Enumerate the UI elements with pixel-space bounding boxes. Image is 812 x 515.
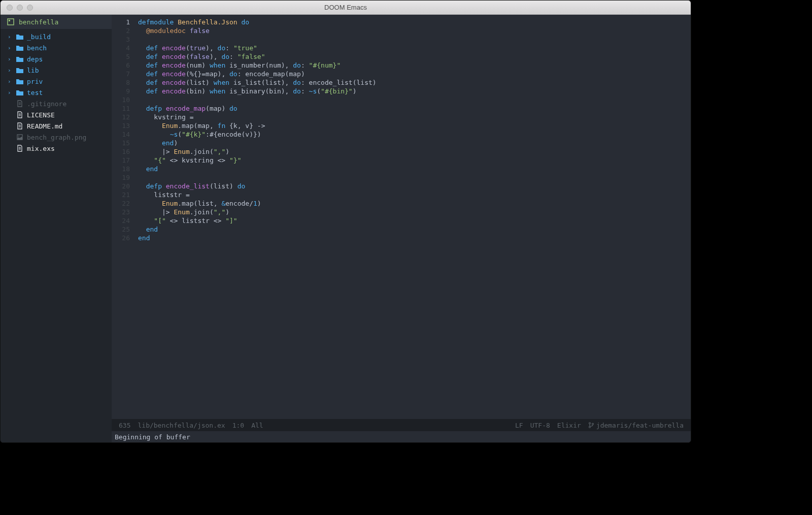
minimize-icon[interactable]	[17, 5, 23, 11]
file-tree-sidebar[interactable]: benchfella ›_build›bench›deps›lib›priv›t…	[1, 15, 112, 442]
chevron-right-icon: ›	[8, 78, 13, 85]
chevron-right-icon: ›	[8, 34, 13, 40]
titlebar[interactable]: DOOM Emacs	[1, 1, 691, 15]
tree-file[interactable]: README.md	[1, 120, 112, 132]
code-line[interactable]: @moduledoc false	[138, 26, 691, 35]
line-number: 14	[112, 130, 130, 139]
tree-item-label: .gitignore	[27, 100, 66, 108]
tree-file[interactable]: bench_graph.png	[1, 132, 112, 143]
tree-file[interactable]: LICENSE	[1, 109, 112, 120]
modeline[interactable]: 635 lib/benchfella/json.ex 1:0 All LF UT…	[112, 419, 691, 431]
code-line[interactable]: defp encode_map(map) do	[138, 104, 691, 113]
line-number: 26	[112, 234, 130, 242]
branch-name: jdemaris/feat-umbrella	[596, 422, 684, 429]
git-branch-icon	[588, 422, 594, 428]
code-line[interactable]: Enum.map(map, fn {k, v} ->	[138, 121, 691, 130]
editor-pane: 1234567891011121314151617181920212223242…	[112, 15, 691, 442]
code-line[interactable]: defp encode_list(list) do	[138, 182, 691, 190]
code-line[interactable]: ~s("#{k}":#{encode(v)})	[138, 130, 691, 139]
tree-item-label: bench_graph.png	[27, 134, 86, 141]
line-number: 5	[112, 52, 130, 61]
code-line[interactable]: Enum.map(list, &encode/1)	[138, 199, 691, 208]
line-number: 10	[112, 95, 130, 104]
major-mode: Elixir	[557, 422, 581, 429]
folder-icon	[16, 44, 24, 51]
line-number: 24	[112, 216, 130, 225]
code-line[interactable]: def encode(list) when is_list(list), do:…	[138, 78, 691, 87]
code-line[interactable]: def encode(true), do: "true"	[138, 44, 691, 52]
tree-item-label: bench	[27, 44, 47, 52]
project-root[interactable]: benchfella	[1, 15, 112, 29]
line-number: 4	[112, 44, 130, 52]
code-line[interactable]: "{" <> kvstring <> "}"	[138, 156, 691, 165]
line-number: 22	[112, 199, 130, 208]
tree-folder[interactable]: ›_build	[1, 31, 112, 42]
code-line[interactable]: "[" <> liststr <> "]"	[138, 216, 691, 225]
tree-item-label: lib	[27, 67, 39, 74]
line-number: 15	[112, 139, 130, 147]
code-line[interactable]: def encode(false), do: "false"	[138, 52, 691, 61]
file-icon	[16, 111, 24, 118]
line-number: 20	[112, 182, 130, 190]
chevron-right-icon: ›	[8, 56, 13, 62]
cursor-position: 1:0	[232, 422, 244, 429]
emacs-window: DOOM Emacs benchfella ›_build›bench›deps…	[0, 0, 691, 443]
code-line[interactable]	[138, 35, 691, 44]
chevron-right-icon: ›	[8, 89, 13, 96]
tree-item-label: LICENSE	[27, 111, 55, 119]
line-number: 11	[112, 104, 130, 113]
line-number: 2	[112, 26, 130, 35]
image-icon	[16, 134, 24, 141]
code-line[interactable]: end)	[138, 139, 691, 147]
svg-point-6	[592, 423, 593, 425]
line-number: 21	[112, 190, 130, 199]
encoding: UTF-8	[530, 422, 550, 429]
code-line[interactable]: end	[138, 234, 691, 242]
tree-file[interactable]: .gitignore	[1, 98, 112, 109]
code-line[interactable]: end	[138, 165, 691, 173]
code-line[interactable]: |> Enum.join(",")	[138, 208, 691, 216]
tree-folder[interactable]: ›bench	[1, 42, 112, 53]
code-line[interactable]: def encode(bin) when is_binary(bin), do:…	[138, 87, 691, 95]
line-number: 18	[112, 165, 130, 173]
close-icon[interactable]	[7, 5, 13, 11]
echo-message: Beginning of buffer	[115, 433, 190, 441]
tree-folder[interactable]: ›priv	[1, 76, 112, 87]
tree-file[interactable]: mix.exs	[1, 143, 112, 154]
line-number: 7	[112, 70, 130, 78]
code-area[interactable]: 1234567891011121314151617181920212223242…	[112, 15, 691, 419]
line-number: 19	[112, 173, 130, 182]
file-icon	[16, 145, 24, 152]
line-number: 9	[112, 87, 130, 95]
svg-point-5	[589, 426, 590, 428]
code-line[interactable]: liststr =	[138, 190, 691, 199]
folder-icon	[16, 78, 24, 85]
line-number: 16	[112, 147, 130, 156]
zoom-icon[interactable]	[27, 5, 33, 11]
code-line[interactable]: |> Enum.join(",")	[138, 147, 691, 156]
line-number-gutter: 1234567891011121314151617181920212223242…	[112, 15, 134, 419]
line-number: 8	[112, 78, 130, 87]
code-line[interactable]: end	[138, 225, 691, 234]
code-line[interactable]: defmodule Benchfella.Json do	[138, 18, 691, 26]
code-line[interactable]	[138, 173, 691, 182]
folder-icon	[16, 89, 24, 96]
tree-folder[interactable]: ›test	[1, 87, 112, 98]
vcs-branch: jdemaris/feat-umbrella	[588, 422, 684, 429]
line-number: 12	[112, 113, 130, 121]
window-controls	[1, 5, 33, 11]
code-line[interactable]: def encode(num) when is_number(num), do:…	[138, 61, 691, 70]
code-line[interactable]: def encode(%{}=map), do: encode_map(map)	[138, 70, 691, 78]
tree-folder[interactable]: ›lib	[1, 65, 112, 76]
editor-body: benchfella ›_build›bench›deps›lib›priv›t…	[1, 15, 691, 442]
file-tree: ›_build›bench›deps›lib›priv›test.gitigno…	[1, 29, 112, 156]
code-line[interactable]	[138, 95, 691, 104]
line-number: 23	[112, 208, 130, 216]
svg-point-4	[589, 423, 590, 424]
code-line[interactable]: kvstring =	[138, 113, 691, 121]
line-number: 1	[112, 18, 130, 26]
project-icon	[7, 18, 15, 26]
file-icon	[16, 100, 24, 107]
tree-folder[interactable]: ›deps	[1, 53, 112, 65]
code-content[interactable]: defmodule Benchfella.Json do @moduledoc …	[134, 15, 691, 419]
